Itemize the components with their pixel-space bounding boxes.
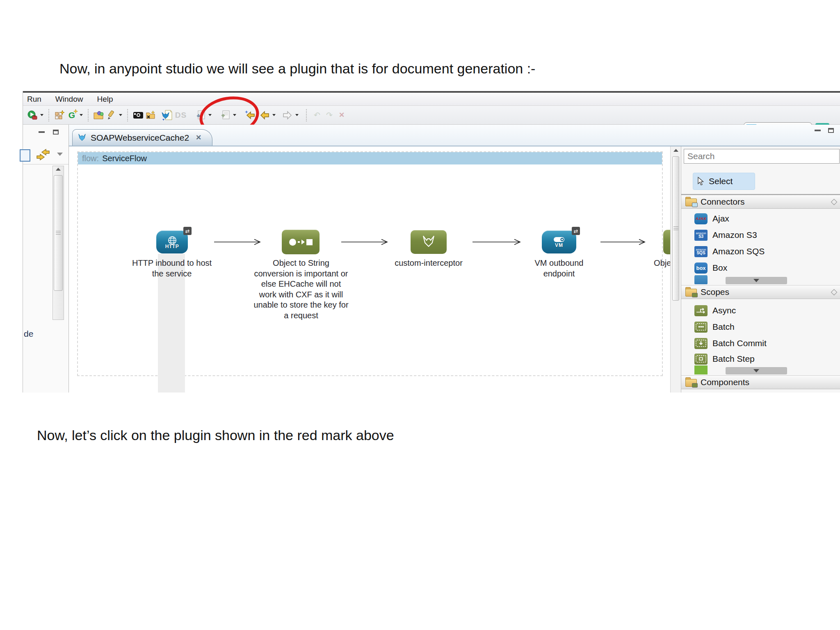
palette-item-amazon-sqs[interactable]: amazon SQS Amazon SQS <box>681 243 840 260</box>
new-wizard-icon <box>54 110 65 121</box>
palette-item-async[interactable]: Async <box>681 302 840 319</box>
star-icon <box>73 109 78 114</box>
maximize-editor-icon[interactable] <box>828 128 834 133</box>
view-menu-icon[interactable] <box>57 153 63 156</box>
maximize-icon[interactable] <box>53 130 59 135</box>
ds-plugin-button[interactable]: DS <box>175 109 187 121</box>
batch-icon <box>694 322 708 333</box>
minimize-icon[interactable] <box>39 131 45 133</box>
item-label: Batch Commit <box>712 338 767 348</box>
amazon-s3-icon: amazon S3 <box>694 230 708 241</box>
camera-icon <box>133 112 143 119</box>
slide-page: Now, in anypoint studio we will see a pl… <box>0 0 840 630</box>
scroll-more-scopes[interactable] <box>726 367 787 374</box>
item-label: Amazon SQS <box>712 247 765 256</box>
canvas-scroll-thumb[interactable] <box>672 156 679 301</box>
node-object-to-string-2[interactable] <box>663 230 670 254</box>
section-components[interactable]: Components <box>681 375 840 389</box>
palette-item-ajax[interactable]: AJAX Ajax <box>681 210 840 227</box>
redo-button[interactable]: ↷ <box>323 109 336 121</box>
item-label: Batch <box>712 322 735 332</box>
scope-icon <box>694 365 708 374</box>
item-label: Batch Step <box>712 354 755 364</box>
pen-icon <box>106 110 116 121</box>
rail-scroll-thumb[interactable] <box>54 175 63 291</box>
canvas-scrollbar[interactable] <box>670 146 681 393</box>
palette-item-batch[interactable]: Batch <box>681 319 840 335</box>
section-scopes[interactable]: Scopes <box>681 285 840 299</box>
folder-icon <box>685 198 696 206</box>
pin-icon[interactable] <box>831 289 838 295</box>
flow-arrow <box>214 239 262 245</box>
item-label: Amazon S3 <box>712 230 757 240</box>
mule-icon <box>78 133 87 142</box>
open-folder-icon <box>93 110 105 120</box>
palette-search-input[interactable] <box>684 149 840 164</box>
scroll-more-connectors[interactable] <box>726 277 787 284</box>
delete-button[interactable]: ✕ <box>336 109 348 121</box>
menu-help[interactable]: Help <box>97 95 113 104</box>
tab-title: SOAPWebserviceCache2 <box>91 133 189 143</box>
menu-window[interactable]: Window <box>55 95 83 104</box>
node-object-to-string-1[interactable] <box>282 230 320 254</box>
minimize-editor-icon[interactable] <box>815 130 821 131</box>
delete-icon: ✕ <box>339 111 345 119</box>
menu-run[interactable]: Run <box>27 95 41 104</box>
export-diagram-button[interactable] <box>144 109 157 121</box>
item-label: Ajax <box>712 214 729 224</box>
ajax-icon: AJAX <box>694 213 708 224</box>
generate-flow-button[interactable]: G <box>66 109 78 121</box>
scroll-up-icon[interactable] <box>673 149 678 152</box>
box-icon: box <box>694 262 708 274</box>
node-http-inbound[interactable]: HTTP ⇄ <box>156 231 188 253</box>
run-dropdown[interactable] <box>40 114 43 116</box>
tab-close-icon[interactable]: ✕ <box>196 133 201 142</box>
palette-item-amazon-s3[interactable]: amazon S3 Amazon S3 <box>681 227 840 243</box>
flow-prefix: flow: <box>82 154 99 163</box>
flow-header[interactable]: flow: ServiceFlow <box>78 152 662 164</box>
new-project-button[interactable] <box>53 109 66 121</box>
back-button[interactable] <box>258 109 271 121</box>
section-connectors[interactable]: Connectors <box>681 195 840 209</box>
toolbar: G <box>23 106 840 125</box>
anypoint-studio-screenshot: Run Window Help <box>23 91 840 393</box>
left-collapsed-panel: de <box>23 125 69 393</box>
palette-panel: Select Connectors AJAX Ajax amazon S3 <box>681 146 840 393</box>
tab-soapwebservicecache2[interactable]: SOAPWebserviceCache2 ✕ <box>72 129 212 146</box>
node-custom-interceptor[interactable] <box>411 230 447 254</box>
item-label: Async <box>712 306 736 315</box>
flow-arrow <box>472 239 522 245</box>
node-vm-outbound[interactable]: VM ⇄ <box>542 231 576 253</box>
palette-item-batch-commit[interactable]: Batch Commit <box>681 335 840 352</box>
pen-dropdown[interactable] <box>119 114 122 116</box>
undo-icon: ↶ <box>314 110 320 120</box>
mule-document-icon <box>161 109 173 121</box>
toolbar-separator <box>127 109 129 121</box>
open-resource-button[interactable] <box>93 109 105 121</box>
swap-arrows-icon[interactable] <box>36 148 50 162</box>
toolbar-separator <box>306 109 308 121</box>
section-title: Scopes <box>701 287 729 297</box>
generate-dropdown[interactable] <box>80 114 83 116</box>
pin-icon[interactable] <box>831 199 838 205</box>
forward-dropdown[interactable] <box>295 114 299 116</box>
palette-item-box[interactable]: box Box <box>681 260 840 276</box>
connector-icon <box>694 275 708 284</box>
snapshot-button[interactable] <box>132 109 144 121</box>
flow-canvas[interactable]: flow: ServiceFlow HTTP ⇄ HTTP inbound to… <box>69 146 670 393</box>
undo-button[interactable]: ↶ <box>311 109 323 121</box>
node-label: VM outbound endpoint <box>525 258 593 279</box>
package-x-icon <box>145 110 156 121</box>
redo-icon: ↷ <box>326 110 333 120</box>
run-button[interactable] <box>26 109 39 121</box>
doc-generation-plugin-button[interactable] <box>161 109 173 121</box>
back-dropdown[interactable] <box>272 114 276 116</box>
exchange-badge-icon: ⇄ <box>183 227 192 235</box>
document-icon[interactable] <box>20 149 30 162</box>
mark-occurrences-button[interactable] <box>105 109 117 121</box>
forward-button[interactable] <box>281 109 294 121</box>
palette-item-batch-step[interactable]: Batch Step <box>681 351 840 367</box>
palette-select-tool[interactable]: Select <box>693 173 755 190</box>
rail-scrollbar[interactable] <box>52 166 64 320</box>
scroll-up-icon[interactable] <box>56 168 61 171</box>
